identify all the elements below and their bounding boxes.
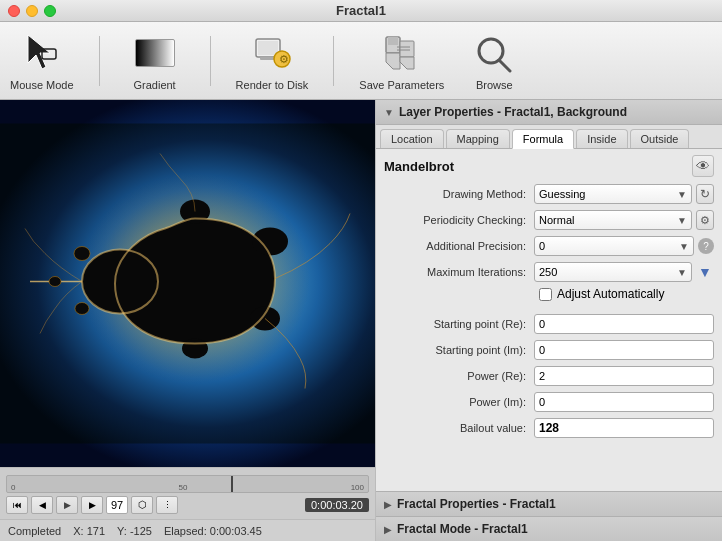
help-button[interactable]: ? [698, 238, 714, 254]
fractal-properties-title: Fractal Properties - Fractal1 [397, 497, 556, 511]
periodicity-dropdown-button[interactable]: ⚙ [696, 210, 714, 230]
gradient-icon [133, 31, 177, 75]
svg-rect-11 [400, 41, 414, 57]
titlebar: Fractal1 [0, 0, 722, 22]
power-re-input[interactable]: 2 [534, 366, 714, 386]
power-im-label: Power (Im): [384, 396, 534, 408]
transport-to-start-button[interactable]: ⏮ [6, 496, 28, 514]
canvas-column: 0 50 100 ⏮ ◀ ▶ ▶ 97 ⬡ ⋮ [0, 100, 375, 541]
status-text: Completed [8, 525, 61, 537]
maximum-iterations-row: Maximum Iterations: 250 ▼ ▼ [384, 261, 714, 283]
fractal-canvas[interactable] [0, 100, 375, 467]
keyframe-button-1[interactable]: ⬡ [131, 496, 153, 514]
maximum-iterations-down-button[interactable]: ▼ [696, 263, 714, 281]
drawing-method-select[interactable]: Guessing ▼ [534, 184, 692, 204]
starting-im-row: Starting point (Im): 0 [384, 339, 714, 361]
tab-inside[interactable]: Inside [576, 129, 627, 148]
power-re-row: Power (Re): 2 [384, 365, 714, 387]
fractal-properties-arrow-icon: ▶ [384, 499, 392, 510]
browse-icon [472, 31, 516, 75]
drawing-method-dropdown-button[interactable]: ↻ [696, 184, 714, 204]
toolbar-separator-2 [210, 36, 211, 86]
periodicity-row: Periodicity Checking: Normal ▼ ⚙ [384, 209, 714, 231]
bailout-input[interactable]: 128 [534, 418, 714, 438]
maximum-iterations-arrow-icon: ▼ [677, 267, 687, 278]
collapse-arrow-icon[interactable]: ▼ [384, 107, 394, 118]
svg-marker-9 [386, 53, 400, 69]
svg-rect-3 [258, 41, 278, 55]
traffic-lights [8, 5, 56, 17]
periodicity-arrow-icon: ▼ [677, 215, 687, 226]
formula-name: Mandelbrot [384, 159, 454, 174]
additional-precision-arrow-icon: ▼ [679, 241, 689, 252]
drawing-method-label: Drawing Method: [384, 188, 534, 200]
svg-point-24 [182, 339, 208, 359]
mouse-mode-label: Mouse Mode [10, 79, 74, 91]
svg-point-28 [49, 277, 61, 287]
transport-bar: 0 50 100 ⏮ ◀ ▶ ▶ 97 ⬡ ⋮ [0, 467, 375, 519]
formula-info-button[interactable]: 👁 [692, 155, 714, 177]
power-im-input[interactable]: 0 [534, 392, 714, 412]
drawing-method-arrow-icon: ▼ [677, 189, 687, 200]
maximum-iterations-select[interactable]: 250 ▼ [534, 262, 692, 282]
fractal-properties-accordion[interactable]: ▶ Fractal Properties - Fractal1 [376, 491, 722, 516]
drawing-method-row: Drawing Method: Guessing ▼ ↻ [384, 183, 714, 205]
power-im-row: Power (Im): 0 [384, 391, 714, 413]
frame-input[interactable]: 97 [106, 496, 128, 514]
transport-play-button[interactable]: ▶ [56, 496, 78, 514]
coord-x: X: 171 [73, 525, 105, 537]
formula-title-row: Mandelbrot 👁 [384, 155, 714, 177]
starting-re-input[interactable]: 0 [534, 314, 714, 334]
tab-location[interactable]: Location [380, 129, 444, 148]
transport-prev-button[interactable]: ◀ [31, 496, 53, 514]
keyframe-button-2[interactable]: ⋮ [156, 496, 178, 514]
coord-y: Y: -125 [117, 525, 152, 537]
additional-precision-select[interactable]: 0 ▼ [534, 236, 694, 256]
tab-formula[interactable]: Formula [512, 129, 574, 149]
toolbar-separator-3 [333, 36, 334, 86]
adjust-auto-label: Adjust Automatically [557, 287, 664, 301]
additional-precision-label: Additional Precision: [384, 240, 534, 252]
window-title: Fractal1 [336, 3, 386, 18]
render-icon: ⚙ [250, 31, 294, 75]
gradient-button[interactable]: Gradient [125, 31, 185, 91]
gradient-label: Gradient [133, 79, 175, 91]
svg-marker-0 [28, 35, 50, 69]
save-parameters-button[interactable]: Save Parameters [359, 31, 444, 91]
toolbar: Mouse Mode Gradient ⚙ Render to Disk [0, 22, 722, 100]
additional-precision-row: Additional Precision: 0 ▼ ? [384, 235, 714, 257]
svg-point-27 [75, 303, 89, 315]
fractal-mode-arrow-icon: ▶ [384, 524, 392, 535]
minimize-button[interactable] [26, 5, 38, 17]
power-re-label: Power (Re): [384, 370, 534, 382]
main-content: 0 50 100 ⏮ ◀ ▶ ▶ 97 ⬡ ⋮ [0, 100, 722, 541]
close-button[interactable] [8, 5, 20, 17]
layer-properties-header: ▼ Layer Properties - Fractal1, Backgroun… [376, 100, 722, 125]
periodicity-select[interactable]: Normal ▼ [534, 210, 692, 230]
svg-marker-12 [400, 57, 414, 69]
fractal-mode-accordion[interactable]: ▶ Fractal Mode - Fractal1 [376, 516, 722, 541]
toolbar-separator-1 [99, 36, 100, 86]
maximum-iterations-label: Maximum Iterations: [384, 266, 534, 278]
time-display: 0:00:03.20 [305, 498, 369, 512]
svg-text:⚙: ⚙ [279, 53, 289, 65]
tab-mapping[interactable]: Mapping [446, 129, 510, 148]
starting-im-input[interactable]: 0 [534, 340, 714, 360]
starting-im-label: Starting point (Im): [384, 344, 534, 356]
browse-label: Browse [476, 79, 513, 91]
browse-button[interactable]: Browse [464, 31, 524, 91]
adjust-auto-checkbox[interactable] [539, 288, 552, 301]
save-parameters-label: Save Parameters [359, 79, 444, 91]
formula-panel: Mandelbrot 👁 Drawing Method: Guessing ▼ … [376, 149, 722, 491]
statusbar: Completed X: 171 Y: -125 Elapsed: 0:00:0… [0, 519, 375, 541]
mouse-mode-button[interactable]: Mouse Mode [10, 31, 74, 91]
transport-next-button[interactable]: ▶ [81, 496, 103, 514]
save-parameters-icon [380, 31, 424, 75]
maximize-button[interactable] [44, 5, 56, 17]
tab-bar: Location Mapping Formula Inside Outside [376, 125, 722, 149]
mouse-mode-icon [20, 31, 64, 75]
tab-outside[interactable]: Outside [630, 129, 690, 148]
render-button[interactable]: ⚙ Render to Disk [236, 31, 309, 91]
bailout-row: Bailout value: 128 [384, 417, 714, 439]
periodicity-label: Periodicity Checking: [384, 214, 534, 226]
